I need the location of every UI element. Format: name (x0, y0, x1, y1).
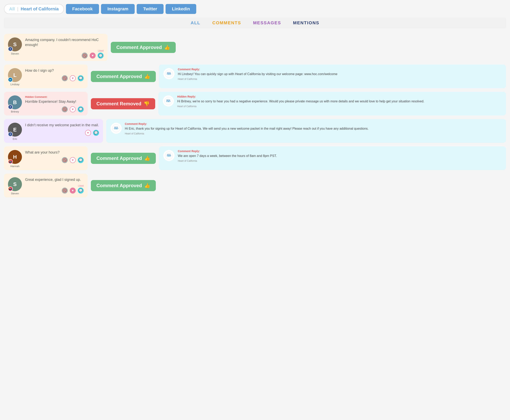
comment-row: L in Lindsay How do I sign up? 🚫♥💬 Comme… (4, 65, 506, 88)
comment-text: Great experience, glad I signed up. (25, 177, 84, 182)
status-label: Comment Approved (116, 45, 162, 50)
status-badge[interactable]: Comment Removed 👎 (91, 98, 155, 109)
svg-point-0 (165, 70, 173, 77)
action-icons: 🚫♥💬 (25, 188, 84, 194)
comment-icon[interactable]: 💬 (93, 130, 99, 136)
comment-text: I didn't receive my welcome packet in th… (25, 123, 99, 128)
reply-card: HOC Comment Reply: Hi Eric, thank you fo… (106, 119, 506, 143)
status-badge[interactable]: Comment Approved 👍 (91, 180, 156, 191)
love-icon[interactable]: ♥ (85, 130, 91, 136)
reply-card: HOC Comment Reply: We are open 7 days a … (159, 146, 506, 170)
status-badge[interactable]: Comment Approved 👍 (91, 71, 156, 82)
hoc-logo: HOC (162, 95, 174, 107)
facebook-filter-btn[interactable]: Facebook (66, 4, 99, 14)
comment-icon[interactable]: 💬 (78, 106, 84, 112)
comment-card: S 📷 Steven Great experience, glad I sign… (4, 174, 88, 197)
avatar-wrap: S f Steven (8, 38, 22, 55)
avatar-wrap: E f Eric (8, 123, 22, 140)
reply-card: HOC Hidden Reply: Hi Britney, we're so s… (158, 92, 506, 115)
status-icon: 👍 (144, 156, 150, 161)
hoc-org-name: Heart of California (178, 159, 502, 162)
liked-label: Liked (25, 184, 84, 187)
filter-hoc[interactable]: Heart of California (21, 6, 59, 12)
status-label: Comment Approved (96, 74, 142, 79)
love-icon[interactable]: ♥ (70, 188, 76, 194)
love-icon[interactable]: ♥ (70, 106, 76, 112)
comment-content: I didn't receive my welcome packet in th… (25, 123, 99, 136)
comment-icon[interactable]: 💬 (78, 188, 84, 194)
hide-icon[interactable]: 🚫 (62, 157, 68, 163)
comment-content: How do I sign up? 🚫♥💬 (25, 68, 84, 81)
status-label: Comment Approved (96, 183, 142, 188)
reply-label: Comment Reply: (178, 150, 502, 153)
linkedin-filter-btn[interactable]: Linkedin (166, 4, 196, 14)
nav-all[interactable]: ALL (191, 20, 200, 25)
comment-card: L in Lindsay How do I sign up? 🚫♥💬 (4, 65, 88, 88)
comment-card: B f Britney Hidden Comment: Horrible Exp… (4, 92, 88, 115)
comment-icon[interactable]: 💬 (78, 75, 84, 81)
reply-label: Comment Reply: (178, 68, 502, 71)
hide-icon[interactable]: 🚫 (82, 52, 88, 59)
top-filter-bar: All | Heart of California Facebook Insta… (4, 4, 506, 14)
action-icons: ♥💬 (25, 130, 99, 136)
hide-icon[interactable]: 🚫 (62, 106, 68, 112)
comment-row: S 📷 Steven Great experience, glad I sign… (4, 174, 506, 197)
status-icon: 👍 (164, 45, 170, 50)
instagram-filter-btn[interactable]: Instagram (101, 4, 135, 14)
status-label: Comment Approved (96, 156, 142, 161)
status-badge[interactable]: Comment Approved 👍 (111, 42, 176, 53)
comment-text: Amazing company. I couldn't recommend Ho… (25, 38, 104, 47)
love-icon[interactable]: ♥ (90, 52, 96, 59)
username: Steven (11, 192, 19, 195)
avatar-wrap: S 📷 Steven (8, 177, 22, 195)
status-icon: 👍 (144, 183, 150, 188)
comment-content: What are your hours? 🚫♥💬 (25, 150, 84, 163)
reply-content: Hidden Reply: Hi Britney, we're so sorry… (177, 95, 502, 108)
avatar-wrap: H 📷 Hannah (8, 150, 22, 168)
svg-point-6 (165, 152, 173, 159)
nav-comments[interactable]: COMMENTS (212, 20, 241, 25)
comment-text: What are your hours? (25, 150, 84, 155)
action-icons: 🚫♥💬 (25, 106, 84, 112)
status-icon: 👎 (144, 101, 150, 106)
hoc-org-name: Heart of California (125, 132, 502, 135)
filter-all[interactable]: All (9, 6, 15, 12)
comment-row: E f Eric I didn't receive my welcome pac… (4, 119, 506, 143)
status-label: Comment Removed (96, 101, 141, 106)
reply-text: Hi Lindsey! You can quickly sign up with… (178, 72, 502, 76)
comment-text: How do I sign up? (25, 68, 84, 73)
comment-card: E f Eric I didn't receive my welcome pac… (4, 119, 103, 143)
hoc-org-name: Heart of California (178, 78, 502, 81)
username: Eric (13, 137, 17, 140)
comment-row: H 📷 Hannah What are your hours? 🚫♥💬 Comm… (4, 146, 506, 170)
comment-icon[interactable]: 💬 (78, 157, 84, 163)
reply-content: Comment Reply: Hi Lindsey! You can quick… (178, 68, 502, 81)
hidden-label: Hidden Comment: (25, 95, 84, 98)
nav-messages[interactable]: MESSAGES (253, 20, 281, 25)
love-icon[interactable]: ♥ (70, 157, 76, 163)
love-icon[interactable]: ♥ (70, 75, 76, 81)
reply-text: We are open 7 days a week, between the h… (178, 154, 502, 158)
status-badge[interactable]: Comment Approved 👍 (91, 153, 156, 164)
comment-text: Horrible Experience! Stay Away! (25, 99, 84, 104)
comment-card: S f Steven Amazing company. I couldn't r… (4, 34, 107, 61)
action-icons: 🚫♥💬 (25, 75, 84, 81)
avatar-wrap: B f Britney (8, 95, 22, 113)
nav-mentions[interactable]: MENTIONS (293, 20, 319, 25)
hide-icon[interactable]: 🚫 (62, 188, 68, 194)
reply-text: Hi Britney, we're so sorry to hear you h… (177, 99, 502, 104)
comments-feed: S f Steven Amazing company. I couldn't r… (4, 34, 506, 197)
comment-icon[interactable]: 💬 (98, 52, 104, 59)
username: Hannah (10, 165, 20, 168)
hide-icon[interactable]: 🚫 (62, 75, 68, 81)
comment-row: S f Steven Amazing company. I couldn't r… (4, 34, 506, 61)
avatar-wrap: L in Lindsay (8, 68, 22, 86)
twitter-filter-btn[interactable]: Twitter (137, 4, 163, 14)
reply-content: Comment Reply: We are open 7 days a week… (178, 150, 502, 162)
comment-row: B f Britney Hidden Comment: Horrible Exp… (4, 92, 506, 115)
comment-card: H 📷 Hannah What are your hours? 🚫♥💬 (4, 146, 88, 170)
reply-card: HOC Comment Reply: Hi Lindsey! You can q… (159, 65, 506, 88)
hoc-org-name: Heart of California (177, 105, 502, 108)
username: Lindsay (11, 83, 20, 86)
reply-text: Hi Eric, thank you for signing up for He… (125, 126, 502, 131)
